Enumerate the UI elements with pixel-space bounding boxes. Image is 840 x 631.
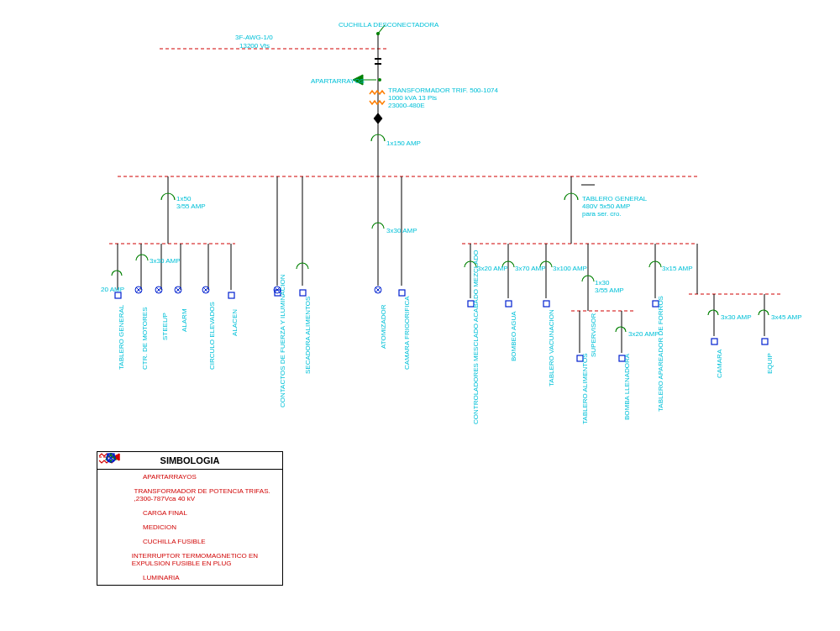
label-b4-top: TABLERO GENERAL 480V 5x50 AMP para ser. … [582, 195, 647, 218]
legend-row-0: APARTARRAYOS [97, 470, 282, 484]
label-b1-name-5: ALACEN [231, 309, 239, 336]
label-b3-name-1: CAMARA FRIGORIFICA [403, 296, 411, 370]
label-cuchilla: CUCHILLA DESCONECTADORA [339, 21, 438, 29]
label-b1-name-1: CTR. DE MOTORES [141, 307, 149, 370]
label-b4-r-0: 3x30 AMP [721, 313, 751, 321]
label-acometida-1: 3F-AWG-1/0 [235, 34, 273, 41]
svg-rect-39 [300, 290, 306, 296]
label-b3-name-0: ATOMIZADOR [380, 304, 387, 349]
label-b4-l2-1: 3x20 AMP [628, 330, 659, 338]
label-b1-top: 1x50 3/55 AMP [176, 195, 206, 210]
label-trans-2: 1000 kVA 13 Pls [388, 94, 437, 102]
label-b4-mid: 1x30 3/55 AMP [595, 279, 624, 294]
label-b4-l1-1: 3x70 AMP [515, 265, 545, 272]
label-b4-r-1: 3x45 AMP [771, 313, 801, 321]
svg-rect-45 [543, 301, 549, 307]
svg-rect-40 [399, 290, 405, 296]
legend-label-1: TRANSFORMADOR DE POTENCIA TRIFAS. ,2300-… [134, 487, 276, 502]
label-b1-name-0: TABLERO GENERAL [118, 305, 125, 370]
label-b4-n-3: SUPERVISOR [590, 313, 597, 357]
legend-row-2: CARGA FINAL [97, 506, 282, 520]
label-b1-leaf-0: 20 AMP [101, 286, 124, 293]
label-b1-name-4: CIRCULO ELEVADOS [208, 302, 216, 370]
label-trans-3: 23000-480E [388, 102, 425, 109]
legend-label-6: LUMINARIA [143, 574, 180, 581]
svg-point-31 [377, 33, 380, 35]
svg-rect-42 [228, 292, 234, 298]
label-b4-n-5: TABLERO APAREADOR DE FORROS [657, 296, 664, 412]
label-b4-n-1: BOMBEO AGUA [510, 311, 517, 361]
legend-row-4: CUCHILLA FUSIBLE [97, 534, 282, 549]
label-b4-l2n-1: BOMBA LLENADORA [623, 354, 631, 420]
label-b4-l2n-0: TABLERO ALIMENTOS [581, 353, 589, 424]
label-b4-n-0: CONTROLADORES MESCLADO ACABADO MEZCLADO [472, 250, 480, 424]
legend-label-5: INTERRUPTOR TERMOMAGNETICO EN EXPULSION … [132, 552, 276, 567]
legend-label-0: APARTARRAYOS [143, 473, 197, 481]
svg-rect-44 [506, 301, 512, 307]
label-b4-l1-4: 3x15 AMP [662, 265, 692, 272]
legend-label-2: CARGA FINAL [143, 509, 187, 517]
label-b2-name-0: CONTACTOS DE FUERZA Y ILUMINACION [279, 274, 286, 408]
label-b4-l1-2: 3x100 AMP [553, 265, 587, 272]
label-acometida-2: 13200 Vts [239, 42, 270, 50]
legend-row-1: TRANSFORMADOR DE POTENCIA TRIFAS. ,2300-… [97, 484, 282, 506]
svg-point-36 [378, 78, 381, 82]
label-b2-name-1: SECADORA ALIMENTOS [304, 297, 312, 374]
label-b4-l1-0: 3x20 AMP [477, 265, 507, 272]
label-b4-rn-1: EQUIP [766, 353, 774, 374]
svg-rect-49 [711, 339, 717, 344]
label-main-amp: 1x150 AMP [386, 139, 421, 147]
legend-row-3: MEDICION [97, 520, 282, 534]
legend-box: SIMBOLOGIA APARTARRAYOS TRANSFORMADOR DE… [97, 451, 283, 586]
svg-marker-37 [374, 113, 382, 124]
label-b4-rn-0: CAMARA [716, 350, 723, 378]
label-apart: APARTARRAYOS [311, 77, 365, 85]
svg-rect-50 [762, 339, 768, 344]
legend-label-3: MEDICION [143, 523, 176, 531]
label-b1-name-2: STEEL/P [161, 313, 169, 340]
legend-row-6: LUMINARIA [97, 571, 282, 585]
svg-rect-41 [115, 292, 121, 298]
legend-row-5: INTERRUPTOR TERMOMAGNETICO EN EXPULSION … [97, 549, 282, 571]
label-b1-sub: 3x30 AMP [150, 257, 180, 265]
label-b4-n-2: TABLERO VACUNACION [548, 309, 555, 386]
label-b1-name-3: ALARM [181, 308, 188, 332]
label-trans-1: TRANSFORMADOR TRIF. 500-1074 [388, 87, 498, 94]
legend-label-4: CUCHILLA FUSIBLE [143, 538, 206, 545]
label-b3-top: 3x30 AMP [386, 227, 417, 234]
